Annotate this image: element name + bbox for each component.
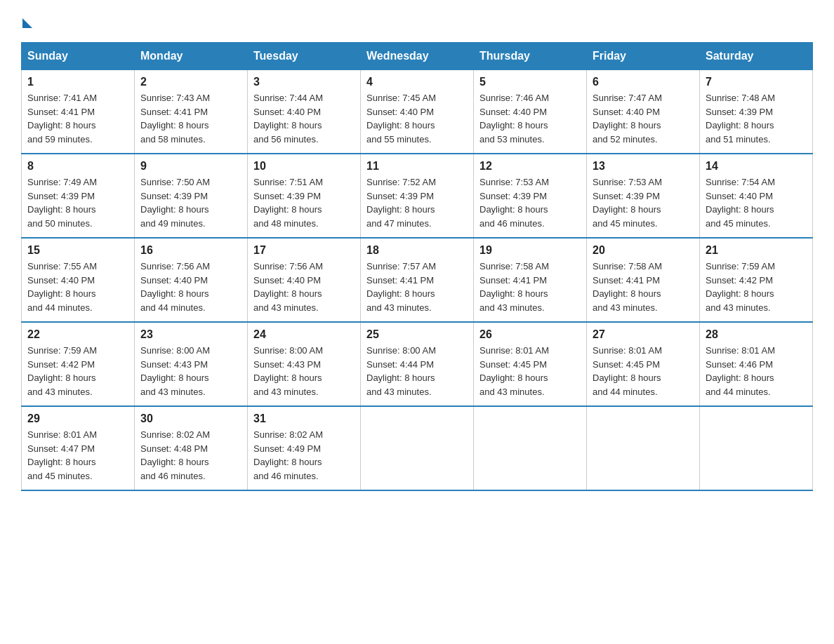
day-info: Sunrise: 7:58 AM Sunset: 4:41 PM Dayligh…	[593, 260, 694, 314]
day-cell: 23 Sunrise: 8:00 AM Sunset: 4:43 PM Dayl…	[135, 322, 248, 406]
day-info: Sunrise: 8:01 AM Sunset: 4:46 PM Dayligh…	[706, 344, 807, 398]
day-info: Sunrise: 7:49 AM Sunset: 4:39 PM Dayligh…	[27, 175, 128, 230]
day-info: Sunrise: 7:59 AM Sunset: 4:42 PM Dayligh…	[706, 260, 807, 314]
day-number: 16	[140, 244, 241, 257]
day-cell	[587, 406, 700, 490]
day-info: Sunrise: 7:43 AM Sunset: 4:41 PM Dayligh…	[140, 91, 241, 146]
day-info: Sunrise: 7:51 AM Sunset: 4:39 PM Dayligh…	[253, 175, 355, 230]
day-info: Sunrise: 7:53 AM Sunset: 4:39 PM Dayligh…	[593, 175, 694, 230]
day-cell: 13 Sunrise: 7:53 AM Sunset: 4:39 PM Dayl…	[587, 154, 700, 238]
header-row: SundayMondayTuesdayWednesdayThursdayFrid…	[22, 43, 813, 70]
day-cell: 14 Sunrise: 7:54 AM Sunset: 4:40 PM Dayl…	[700, 154, 813, 238]
day-number: 5	[479, 76, 581, 88]
day-cell: 31 Sunrise: 8:02 AM Sunset: 4:49 PM Dayl…	[248, 406, 361, 490]
day-info: Sunrise: 8:01 AM Sunset: 4:47 PM Dayligh…	[27, 428, 128, 483]
column-header-wednesday: Wednesday	[361, 43, 474, 70]
day-cell: 2 Sunrise: 7:43 AM Sunset: 4:41 PM Dayli…	[135, 70, 248, 154]
day-cell: 21 Sunrise: 7:59 AM Sunset: 4:42 PM Dayl…	[700, 238, 813, 322]
day-cell: 19 Sunrise: 7:58 AM Sunset: 4:41 PM Dayl…	[474, 238, 587, 322]
day-info: Sunrise: 7:41 AM Sunset: 4:41 PM Dayligh…	[27, 91, 128, 146]
day-info: Sunrise: 7:55 AM Sunset: 4:40 PM Dayligh…	[27, 260, 128, 314]
day-number: 15	[27, 244, 128, 257]
day-cell: 18 Sunrise: 7:57 AM Sunset: 4:41 PM Dayl…	[361, 238, 474, 322]
day-number: 1	[27, 76, 128, 88]
day-number: 27	[593, 328, 694, 341]
day-cell: 27 Sunrise: 8:01 AM Sunset: 4:45 PM Dayl…	[587, 322, 700, 406]
day-number: 18	[366, 244, 468, 257]
day-number: 19	[479, 244, 581, 257]
day-info: Sunrise: 8:00 AM Sunset: 4:43 PM Dayligh…	[140, 344, 241, 398]
day-number: 31	[253, 412, 355, 425]
day-number: 26	[479, 328, 581, 341]
day-cell: 10 Sunrise: 7:51 AM Sunset: 4:39 PM Dayl…	[248, 154, 361, 238]
column-header-sunday: Sunday	[22, 43, 135, 70]
day-number: 17	[253, 244, 355, 257]
day-cell: 29 Sunrise: 8:01 AM Sunset: 4:47 PM Dayl…	[22, 406, 135, 490]
column-header-friday: Friday	[587, 43, 700, 70]
calendar-table: SundayMondayTuesdayWednesdayThursdayFrid…	[21, 42, 813, 491]
day-number: 14	[706, 160, 807, 173]
week-row-5: 29 Sunrise: 8:01 AM Sunset: 4:47 PM Dayl…	[22, 406, 813, 490]
day-number: 30	[140, 412, 241, 425]
logo-triangle-icon	[22, 18, 32, 28]
day-info: Sunrise: 7:53 AM Sunset: 4:39 PM Dayligh…	[479, 175, 581, 230]
calendar-body: 1 Sunrise: 7:41 AM Sunset: 4:41 PM Dayli…	[22, 70, 813, 491]
day-info: Sunrise: 7:50 AM Sunset: 4:39 PM Dayligh…	[140, 175, 241, 230]
day-info: Sunrise: 7:56 AM Sunset: 4:40 PM Dayligh…	[253, 260, 355, 314]
day-number: 22	[27, 328, 128, 341]
day-number: 9	[140, 160, 241, 173]
day-cell	[700, 406, 813, 490]
calendar-header: SundayMondayTuesdayWednesdayThursdayFrid…	[22, 43, 813, 70]
day-info: Sunrise: 8:00 AM Sunset: 4:44 PM Dayligh…	[366, 344, 468, 398]
day-info: Sunrise: 7:44 AM Sunset: 4:40 PM Dayligh…	[253, 91, 355, 146]
day-cell: 16 Sunrise: 7:56 AM Sunset: 4:40 PM Dayl…	[135, 238, 248, 322]
day-cell: 25 Sunrise: 8:00 AM Sunset: 4:44 PM Dayl…	[361, 322, 474, 406]
day-cell	[474, 406, 587, 490]
day-number: 21	[706, 244, 807, 257]
day-cell: 15 Sunrise: 7:55 AM Sunset: 4:40 PM Dayl…	[22, 238, 135, 322]
day-info: Sunrise: 7:46 AM Sunset: 4:40 PM Dayligh…	[479, 91, 581, 146]
day-cell: 30 Sunrise: 8:02 AM Sunset: 4:48 PM Dayl…	[135, 406, 248, 490]
day-number: 12	[479, 160, 581, 173]
day-cell: 26 Sunrise: 8:01 AM Sunset: 4:45 PM Dayl…	[474, 322, 587, 406]
day-cell	[361, 406, 474, 490]
day-number: 11	[366, 160, 468, 173]
day-info: Sunrise: 8:01 AM Sunset: 4:45 PM Dayligh…	[593, 344, 694, 398]
day-number: 4	[366, 76, 468, 88]
column-header-tuesday: Tuesday	[248, 43, 361, 70]
day-number: 7	[706, 76, 807, 88]
day-number: 20	[593, 244, 694, 257]
day-number: 24	[253, 328, 355, 341]
day-number: 2	[140, 76, 241, 88]
day-number: 3	[253, 76, 355, 88]
logo	[21, 14, 32, 28]
day-info: Sunrise: 8:02 AM Sunset: 4:49 PM Dayligh…	[253, 428, 355, 483]
week-row-4: 22 Sunrise: 7:59 AM Sunset: 4:42 PM Dayl…	[22, 322, 813, 406]
day-number: 6	[593, 76, 694, 88]
day-number: 29	[27, 412, 128, 425]
column-header-monday: Monday	[135, 43, 248, 70]
day-info: Sunrise: 7:59 AM Sunset: 4:42 PM Dayligh…	[27, 344, 128, 398]
day-cell: 4 Sunrise: 7:45 AM Sunset: 4:40 PM Dayli…	[361, 70, 474, 154]
day-cell: 3 Sunrise: 7:44 AM Sunset: 4:40 PM Dayli…	[248, 70, 361, 154]
day-number: 23	[140, 328, 241, 341]
day-info: Sunrise: 8:02 AM Sunset: 4:48 PM Dayligh…	[140, 428, 241, 483]
day-number: 28	[706, 328, 807, 341]
day-info: Sunrise: 7:54 AM Sunset: 4:40 PM Dayligh…	[706, 175, 807, 230]
day-cell: 6 Sunrise: 7:47 AM Sunset: 4:40 PM Dayli…	[587, 70, 700, 154]
day-cell: 1 Sunrise: 7:41 AM Sunset: 4:41 PM Dayli…	[22, 70, 135, 154]
day-cell: 11 Sunrise: 7:52 AM Sunset: 4:39 PM Dayl…	[361, 154, 474, 238]
day-cell: 22 Sunrise: 7:59 AM Sunset: 4:42 PM Dayl…	[22, 322, 135, 406]
day-number: 25	[366, 328, 468, 341]
week-row-1: 1 Sunrise: 7:41 AM Sunset: 4:41 PM Dayli…	[22, 70, 813, 154]
day-cell: 28 Sunrise: 8:01 AM Sunset: 4:46 PM Dayl…	[700, 322, 813, 406]
day-cell: 20 Sunrise: 7:58 AM Sunset: 4:41 PM Dayl…	[587, 238, 700, 322]
day-number: 13	[593, 160, 694, 173]
day-info: Sunrise: 7:52 AM Sunset: 4:39 PM Dayligh…	[366, 175, 468, 230]
day-number: 10	[253, 160, 355, 173]
day-info: Sunrise: 7:47 AM Sunset: 4:40 PM Dayligh…	[593, 91, 694, 146]
day-number: 8	[27, 160, 128, 173]
week-row-2: 8 Sunrise: 7:49 AM Sunset: 4:39 PM Dayli…	[22, 154, 813, 238]
day-cell: 8 Sunrise: 7:49 AM Sunset: 4:39 PM Dayli…	[22, 154, 135, 238]
day-info: Sunrise: 8:00 AM Sunset: 4:43 PM Dayligh…	[253, 344, 355, 398]
